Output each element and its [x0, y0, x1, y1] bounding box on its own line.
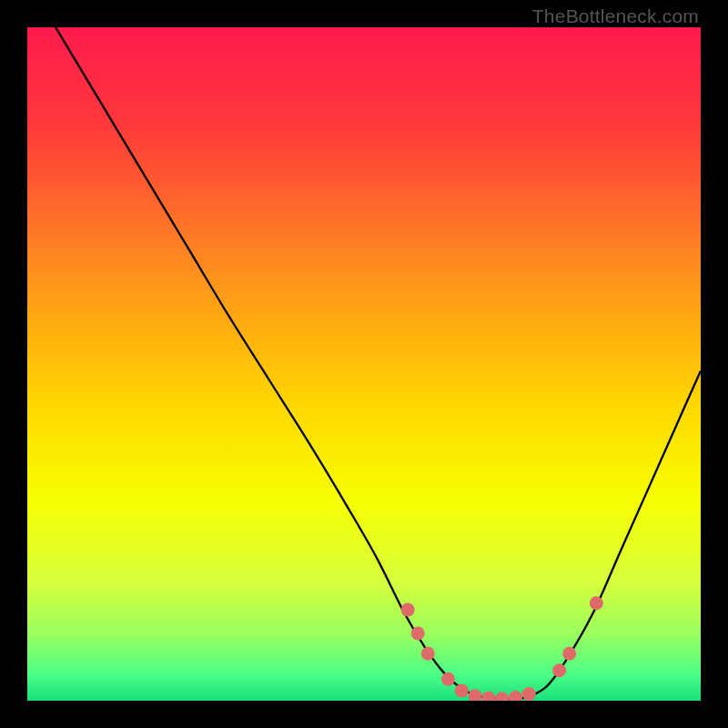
curve-marker [469, 689, 482, 701]
curve-marker [590, 596, 603, 610]
curve-marker [495, 692, 509, 701]
watermark-text: TheBottleneck.com [532, 5, 699, 27]
curve-marker [562, 647, 576, 661]
plot-area [27, 27, 701, 701]
chart-container: { "watermark": "TheBottleneck.com", "cha… [0, 0, 728, 728]
curve-layer [27, 27, 701, 701]
curve-marker [401, 603, 415, 617]
curve-marker [421, 647, 435, 661]
curve-markers [401, 596, 603, 701]
curve-marker [481, 692, 495, 701]
curve-marker [509, 691, 522, 701]
curve-marker [552, 663, 566, 677]
curve-marker [441, 672, 455, 686]
curve-marker [522, 687, 536, 701]
curve-marker [411, 627, 425, 641]
curve-marker [455, 683, 469, 697]
